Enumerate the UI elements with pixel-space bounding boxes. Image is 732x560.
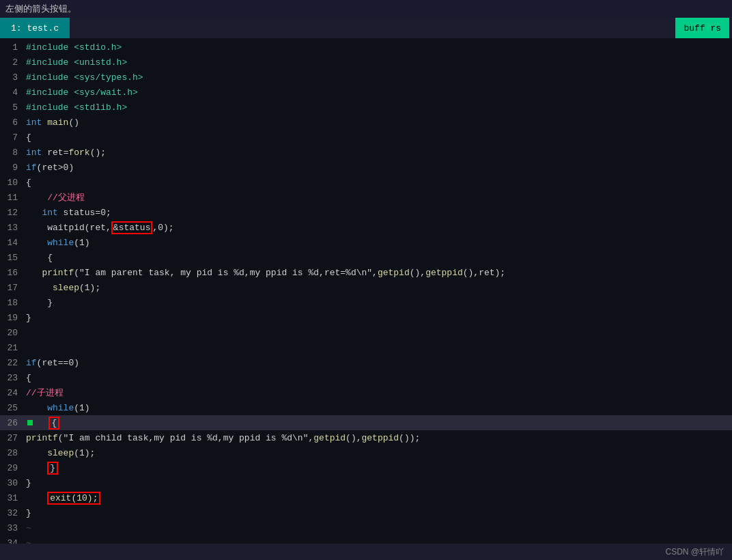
line-number: 18	[0, 298, 26, 308]
line-content: while(1)	[26, 403, 90, 413]
table-row: 10{	[0, 175, 732, 190]
line-content: }	[26, 298, 53, 308]
line-content: }	[26, 313, 31, 323]
line-number: 30	[0, 478, 26, 488]
table-row: 26 {	[0, 415, 732, 430]
editor-container: 1: test.c buff rs 1#include <stdio.h>2#i…	[0, 18, 732, 560]
table-row: 4#include <sys/wait.h>	[0, 85, 732, 100]
file-tab[interactable]: 1: test.c	[0, 18, 70, 38]
line-content: if(ret==0)	[26, 358, 79, 368]
line-number: 29	[0, 463, 26, 473]
line-number: 26	[0, 418, 26, 428]
line-number: 2	[0, 57, 26, 68]
line-content: int status=0;	[26, 208, 111, 218]
table-row: 20	[0, 325, 732, 340]
table-row: 17 sleep(1);	[0, 280, 732, 295]
line-number: 20	[0, 328, 26, 338]
line-number: 6	[0, 117, 26, 128]
table-row: 19}	[0, 310, 732, 325]
line-number: 33	[0, 523, 26, 533]
bottom-bar: CSDN @轩情吖	[0, 544, 732, 560]
line-number: 24	[0, 388, 26, 398]
table-row: 22if(ret==0)	[0, 355, 732, 370]
line-content: #include <stdio.h>	[26, 42, 122, 53]
table-row: 1#include <stdio.h>	[0, 40, 732, 55]
top-bar: 左侧的箭头按钮。	[0, 0, 732, 18]
line-number: 27	[0, 433, 26, 443]
line-content: exit(10);	[26, 493, 100, 503]
table-row: 27printf("I am child task,my pid is %d,m…	[0, 430, 732, 445]
line-number: 7	[0, 132, 26, 143]
line-number: 22	[0, 358, 26, 368]
line-content: ~	[26, 523, 31, 533]
line-number: 8	[0, 148, 26, 158]
line-number: 17	[0, 283, 26, 293]
table-row: 21	[0, 340, 732, 355]
line-number: 23	[0, 373, 26, 383]
line-content: {	[26, 253, 53, 263]
tab-bar: 1: test.c buff rs	[0, 18, 732, 38]
line-content: {	[33, 418, 59, 428]
line-content: //子进程	[26, 387, 64, 399]
line-number: 13	[0, 223, 26, 233]
line-number: 3	[0, 72, 26, 83]
line-content: //父进程	[26, 191, 85, 204]
line-content: printf("I am parent task, my pid is %d,m…	[26, 268, 505, 278]
line-number: 31	[0, 493, 26, 503]
line-content: #include <sys/types.h>	[26, 72, 143, 83]
line-number: 5	[0, 102, 26, 113]
table-row: 25 while(1)	[0, 400, 732, 415]
line-number: 25	[0, 403, 26, 413]
line-number: 12	[0, 208, 26, 218]
line-number: 34	[0, 538, 26, 544]
table-row: 2#include <unistd.h>	[0, 55, 732, 70]
line-content: {	[26, 373, 31, 383]
table-row: 18 }	[0, 295, 732, 310]
table-row: 28 sleep(1);	[0, 445, 732, 460]
line-content: while(1)	[26, 238, 90, 248]
line-content: }	[26, 508, 31, 518]
table-row: 7{	[0, 130, 732, 145]
table-row: 32}	[0, 505, 732, 520]
line-content: #include <unistd.h>	[26, 57, 127, 68]
code-lines: 1#include <stdio.h>2#include <unistd.h>3…	[0, 38, 732, 544]
line-content: #include <stdlib.h>	[26, 102, 127, 113]
line-number: 4	[0, 87, 26, 98]
line-content: }	[26, 463, 58, 473]
table-row: 8int ret=fork();	[0, 145, 732, 160]
line-content: {	[26, 178, 31, 188]
line-number: 1	[0, 42, 26, 53]
line-number: 10	[0, 178, 26, 188]
table-row: 3#include <sys/types.h>	[0, 70, 732, 85]
table-row: 33~	[0, 520, 732, 535]
table-row: 23{	[0, 370, 732, 385]
line-number: 32	[0, 508, 26, 518]
code-editor[interactable]: 1#include <stdio.h>2#include <unistd.h>3…	[0, 38, 732, 544]
line-number: 19	[0, 313, 26, 323]
table-row: 29 }	[0, 460, 732, 475]
buffer-indicator: buff rs	[675, 18, 729, 38]
line-content: sleep(1);	[26, 283, 100, 293]
table-row: 31 exit(10);	[0, 490, 732, 505]
line-number: 14	[0, 238, 26, 248]
line-content: ~	[26, 538, 31, 544]
line-content: int ret=fork();	[26, 148, 106, 158]
table-row: 14 while(1)	[0, 235, 732, 250]
line-number: 11	[0, 193, 26, 203]
line-content: waitpid(ret,&status,0);	[26, 223, 174, 233]
line-content: int main()	[26, 117, 79, 128]
line-number: 21	[0, 343, 26, 353]
table-row: 30}	[0, 475, 732, 490]
table-row: 15 {	[0, 250, 732, 265]
table-row: 6int main()	[0, 115, 732, 130]
line-number: 9	[0, 163, 26, 173]
table-row: 5#include <stdlib.h>	[0, 100, 732, 115]
line-number: 15	[0, 253, 26, 263]
table-row: 13 waitpid(ret,&status,0);	[0, 220, 732, 235]
table-row: 11 //父进程	[0, 190, 732, 205]
line-number: 16	[0, 268, 26, 278]
line-content: sleep(1);	[26, 448, 95, 458]
table-row: 12 int status=0;	[0, 205, 732, 220]
line-content: {	[26, 132, 31, 143]
credit-text: CSDN @轩情吖	[665, 546, 724, 558]
